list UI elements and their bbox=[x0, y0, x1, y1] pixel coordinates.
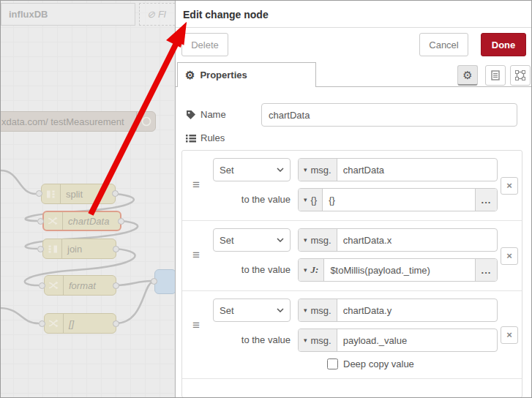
typed-input-type-button[interactable]: ▾J: bbox=[299, 259, 324, 281]
gear-icon: ⚙ bbox=[462, 70, 472, 80]
typed-input-type-button[interactable]: ▾msg. bbox=[299, 329, 337, 351]
value-text[interactable]: $toMillis(payload._time) bbox=[324, 259, 475, 281]
node-description-button[interactable] bbox=[485, 65, 506, 86]
tag-icon bbox=[186, 110, 196, 120]
name-label-text: Name bbox=[201, 109, 226, 120]
caret-down-icon: ▾ bbox=[304, 166, 307, 173]
delete-button[interactable]: Delete bbox=[181, 33, 228, 56]
rule-property-input[interactable]: ▾msg. chartData bbox=[298, 158, 498, 181]
tab-properties-label: Properties bbox=[200, 70, 247, 80]
chevron-down-icon bbox=[277, 168, 284, 172]
node-properties-button[interactable]: ⚙ bbox=[457, 65, 478, 86]
caret-down-icon: ▾ bbox=[304, 236, 307, 244]
rule-property-input[interactable]: ▾msg. chartData.y bbox=[298, 298, 498, 322]
drag-handle-icon[interactable]: ≡ bbox=[192, 181, 200, 189]
rule-action-select[interactable]: Set bbox=[213, 158, 291, 181]
rule-value-input[interactable]: ▾msg. payload._value bbox=[298, 328, 498, 352]
divider bbox=[176, 27, 532, 28]
rule-action-value: Set bbox=[220, 235, 234, 246]
remove-rule-button[interactable]: × bbox=[501, 247, 518, 265]
expand-editor-button[interactable] bbox=[510, 65, 531, 86]
expand-value-button[interactable]: ... bbox=[475, 189, 497, 211]
rule-property-input[interactable]: ▾msg. chartData.x bbox=[298, 228, 498, 252]
name-field-label: Name bbox=[186, 109, 226, 120]
rule-value-input[interactable]: ▾J: $toMillis(payload._time) ... bbox=[298, 258, 498, 282]
rule-action-select[interactable]: Set bbox=[213, 228, 291, 252]
rule-action-select[interactable]: Set bbox=[213, 298, 291, 322]
property-value[interactable]: chartData.y bbox=[337, 299, 497, 321]
property-value[interactable]: chartData.x bbox=[337, 229, 497, 251]
typed-input-type-button[interactable]: ▾{} bbox=[299, 189, 323, 211]
panel-title: Edit change node bbox=[183, 9, 269, 20]
to-value-label: to the value bbox=[213, 328, 291, 352]
gear-icon: ⚙ bbox=[185, 70, 195, 80]
canvas-dim-overlay bbox=[1, 1, 175, 398]
typed-input-type-button[interactable]: ▾msg. bbox=[299, 299, 337, 321]
rule-row-1: ≡ Set ▾msg. chartData to the value ▾{} {… bbox=[182, 151, 522, 220]
screenshot-root: influxDB ⊘ Fl xdata.com/ testMeasurement bbox=[0, 0, 532, 398]
done-button[interactable]: Done bbox=[481, 33, 526, 56]
rule-row-3: ≡ Set ▾msg. chartData.y to the value ▾ms… bbox=[182, 290, 522, 378]
type-label: msg. bbox=[311, 335, 331, 346]
flow-canvas[interactable]: influxDB ⊘ Fl xdata.com/ testMeasurement bbox=[1, 1, 175, 398]
deep-copy-option: Deep copy value bbox=[298, 358, 498, 369]
empty-rule-area bbox=[182, 378, 522, 398]
caret-down-icon: ▾ bbox=[304, 337, 307, 344]
value-text[interactable]: payload._value bbox=[337, 329, 497, 351]
rule-row-2: ≡ Set ▾msg. chartData.x to the value ▾J:… bbox=[182, 220, 522, 290]
remove-rule-button[interactable]: × bbox=[501, 326, 518, 344]
drag-handle-icon[interactable]: ≡ bbox=[192, 252, 200, 259]
tab-properties[interactable]: ⚙ Properties bbox=[177, 62, 316, 87]
caret-down-icon: ▾ bbox=[304, 196, 307, 203]
expand-icon bbox=[515, 70, 525, 80]
rules-list: ≡ Set ▾msg. chartData to the value ▾{} {… bbox=[181, 150, 522, 398]
cancel-button[interactable]: Cancel bbox=[419, 33, 468, 56]
remove-rule-button[interactable]: × bbox=[501, 177, 518, 195]
name-input[interactable] bbox=[261, 103, 517, 127]
drag-handle-icon[interactable]: ≡ bbox=[192, 322, 200, 329]
deep-copy-checkbox[interactable] bbox=[327, 358, 338, 369]
edit-change-node-panel: Edit change node Delete Cancel Done ⚙ Pr… bbox=[175, 1, 532, 398]
type-label: {} bbox=[311, 195, 318, 206]
rule-action-value: Set bbox=[220, 165, 234, 176]
expand-value-button[interactable]: ... bbox=[475, 259, 497, 281]
caret-down-icon: ▾ bbox=[304, 266, 307, 274]
to-value-label: to the value bbox=[213, 188, 291, 211]
typed-input-type-button[interactable]: ▾msg. bbox=[299, 159, 337, 181]
typed-input-type-button[interactable]: ▾msg. bbox=[299, 229, 337, 251]
chevron-down-icon bbox=[277, 308, 284, 312]
document-icon bbox=[491, 70, 500, 80]
type-label: msg. bbox=[311, 305, 331, 316]
deep-copy-label: Deep copy value bbox=[343, 358, 414, 369]
jsonata-type-label: J: bbox=[311, 264, 319, 276]
type-label: msg. bbox=[311, 235, 331, 246]
rule-value-input[interactable]: ▾{} {} ... bbox=[298, 188, 498, 211]
list-icon bbox=[186, 134, 196, 143]
rules-label-text: Rules bbox=[201, 132, 225, 143]
caret-down-icon: ▾ bbox=[304, 307, 307, 314]
property-value[interactable]: chartData bbox=[337, 159, 497, 181]
to-value-label: to the value bbox=[213, 258, 291, 282]
value-text[interactable]: {} bbox=[323, 189, 475, 211]
rules-section-label: Rules bbox=[186, 132, 225, 143]
rule-action-value: Set bbox=[220, 305, 234, 316]
type-label: msg. bbox=[311, 165, 331, 176]
chevron-down-icon bbox=[277, 238, 284, 242]
